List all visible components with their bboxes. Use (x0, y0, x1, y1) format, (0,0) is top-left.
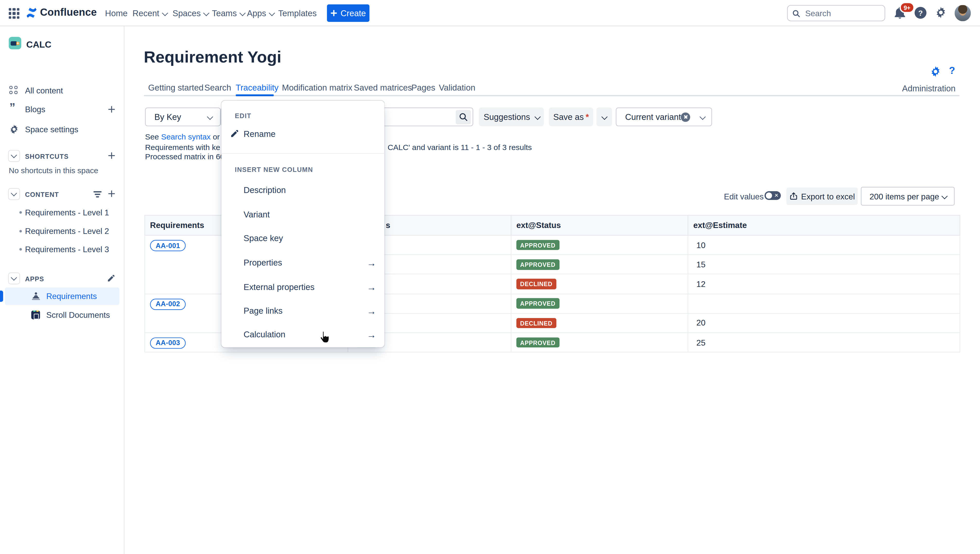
filter-icon[interactable] (93, 191, 102, 197)
apps-collapse-button[interactable] (8, 272, 20, 284)
blogs-quote-icon: ” (9, 105, 19, 114)
tab-saved-matrices[interactable]: Saved matrices (354, 83, 412, 92)
shortcuts-collapse-button[interactable] (8, 150, 20, 162)
estimate-value: 25 (688, 333, 960, 352)
add-blog-icon[interactable] (108, 106, 115, 113)
space-name: CALC (26, 39, 51, 49)
estimate-value: 20 (688, 313, 960, 333)
col-ext-status: ext@Status (511, 215, 688, 236)
menu-item-variant[interactable]: Variant (221, 207, 384, 222)
menu-item-external-properties[interactable]: External properties→ (221, 280, 384, 295)
status-badge: APPROVED (516, 240, 559, 250)
save-as-button[interactable]: Save as * (549, 108, 593, 126)
bullet-icon (19, 211, 22, 214)
status-badge: APPROVED (516, 298, 559, 309)
nav-teams[interactable]: Teams (212, 8, 244, 18)
edit-apps-pencil-icon[interactable] (107, 274, 115, 283)
space-icon[interactable] (9, 37, 21, 49)
submenu-arrow-icon: → (367, 258, 376, 268)
tab-traceability[interactable]: Traceability (236, 83, 279, 92)
tab-pages[interactable]: Pages (411, 83, 435, 92)
tab-getting-started[interactable]: Getting started (148, 83, 204, 92)
create-button[interactable]: Create (327, 4, 370, 22)
save-as-dropdown-button[interactable] (596, 108, 612, 126)
tab-validation[interactable]: Validation (439, 83, 475, 92)
submenu-arrow-icon: → (367, 282, 376, 292)
nav-templates[interactable]: Templates (278, 8, 317, 18)
help-button[interactable]: ? (915, 7, 926, 19)
search-hint-line: See Search syntax or enter C (145, 132, 221, 141)
sidebar-page-requirements-level-2[interactable]: Requirements - Level 2 (0, 223, 124, 239)
administration-link[interactable]: Administration (902, 84, 956, 93)
notifications-button[interactable]: 9+ (894, 7, 907, 19)
scroll-documents-icon (31, 310, 40, 319)
menu-item-description[interactable]: Description (221, 183, 384, 198)
content-collapse-button[interactable] (8, 188, 20, 200)
status-badge: APPROVED (516, 259, 559, 270)
menu-item-properties[interactable]: Properties→ (221, 255, 384, 270)
tab-modification-matrix[interactable]: Modification matrix (282, 83, 352, 92)
hand-cursor-icon (318, 330, 331, 345)
nav-home[interactable]: Home (105, 8, 127, 18)
run-search-button[interactable] (456, 110, 470, 124)
suggestions-button[interactable]: Suggestions (479, 108, 544, 126)
confluence-app: Confluence Home Recent Spaces Teams Apps… (0, 0, 980, 554)
menu-item-page-links[interactable]: Page links→ (221, 303, 384, 318)
sidebar-item-blogs[interactable]: ” Blogs (0, 101, 124, 117)
global-search-input[interactable] (804, 8, 869, 18)
edit-values-toggle[interactable] (765, 191, 781, 200)
shortcuts-title: SHORTCUTS (25, 153, 69, 160)
user-avatar[interactable] (955, 5, 971, 21)
shortcuts-empty-text: No shortcuts in this space (9, 166, 98, 175)
settings-gear-button[interactable] (935, 7, 947, 18)
tab-search[interactable]: Search (204, 83, 231, 92)
chevron-down-icon (942, 193, 947, 199)
nav-apps[interactable]: Apps (247, 8, 273, 18)
apps-title: APPS (25, 275, 44, 283)
requirement-key-badge[interactable]: AA-001 (150, 240, 186, 252)
submenu-arrow-icon: → (367, 330, 376, 340)
column-context-menu: EDIT Rename INSERT NEW COLUMN Descriptio… (221, 100, 384, 347)
global-search[interactable] (787, 5, 885, 21)
sidebar-page-requirements-level-3[interactable]: Requirements - Level 3 (0, 241, 124, 257)
chevron-down-icon (269, 10, 275, 16)
export-to-excel-button[interactable]: Export to excel (786, 188, 858, 205)
estimate-value: 15 (688, 255, 960, 274)
menu-item-space-key[interactable]: Space key (221, 231, 384, 246)
menu-item-calculation[interactable]: Calculation→ (221, 327, 384, 342)
requirement-key-badge[interactable]: AA-002 (150, 298, 186, 310)
estimate-value: 12 (688, 274, 960, 294)
sidebar-app-requirements[interactable]: Requirements (0, 287, 124, 305)
menu-item-rename[interactable]: Rename (221, 127, 384, 142)
results-summary-left: Requirements with key matc (145, 143, 220, 151)
add-shortcut-icon[interactable] (108, 152, 115, 159)
results-summary-right: CALC' and variant is 11 - 1 - 3 of 3 res… (388, 143, 532, 151)
sidebar-app-scroll-documents[interactable]: Scroll Documents (0, 306, 124, 324)
sidebar-page-requirements-level-1[interactable]: Requirements - Level 1 (0, 204, 124, 221)
add-content-icon[interactable] (108, 190, 115, 197)
app-settings-gear-icon[interactable] (930, 66, 941, 77)
app-help-icon[interactable]: ? (949, 65, 955, 76)
clear-variant-icon[interactable] (681, 112, 690, 121)
chevron-down-icon (239, 10, 245, 16)
space-sidebar: CALC All content ” Blogs Space settings … (0, 26, 124, 554)
by-key-select[interactable]: By Key (145, 108, 221, 126)
items-per-page-select[interactable]: 200 items per page (861, 187, 955, 205)
chevron-down-icon (207, 113, 212, 119)
search-syntax-link[interactable]: Search syntax (161, 132, 210, 141)
chevron-down-icon (203, 10, 209, 16)
status-badge: DECLINED (516, 279, 556, 289)
requirement-key-badge[interactable]: AA-003 (150, 337, 186, 349)
app-switcher-icon[interactable] (9, 8, 19, 19)
nav-recent[interactable]: Recent (132, 8, 167, 18)
status-badge: DECLINED (516, 318, 556, 328)
sidebar-item-all-content[interactable]: All content (0, 83, 124, 99)
page-title: Requirement Yogi (144, 48, 281, 67)
search-icon (792, 9, 800, 17)
menu-section-insert: INSERT NEW COLUMN (235, 166, 313, 173)
variant-select[interactable]: Current variant (616, 108, 712, 126)
bullet-icon (19, 248, 22, 251)
chevron-down-icon (535, 113, 540, 119)
nav-spaces[interactable]: Spaces (172, 8, 208, 18)
content-title: CONTENT (25, 191, 59, 198)
